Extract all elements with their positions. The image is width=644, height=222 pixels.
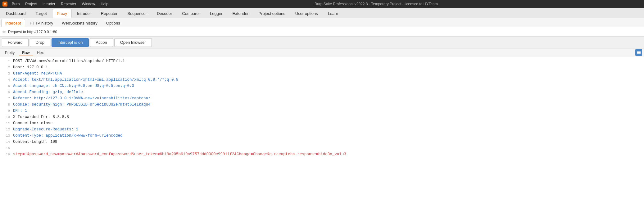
line-number: 4 [2,77,10,83]
main-tab-project-options[interactable]: Project options [254,9,290,18]
main-tab-dashboard[interactable]: Dashboard [1,9,30,18]
code-line-6: 6Accept-Encoding: gzip, deflate [2,89,642,96]
proxy-tab-http-history[interactable]: HTTP history [26,19,57,27]
line-content: Accept: text/html,application/xhtml+xml,… [13,77,642,83]
line-number: 1 [2,58,10,64]
request-url: Request to http://127.0.0.1:80 [8,30,57,34]
intercept-button[interactable]: Intercept is on [52,38,89,47]
line-content: Connection: close [13,120,642,126]
menu-item-repeater[interactable]: Repeater [58,1,79,7]
format-tabs-container: PrettyRawHex [0,48,644,57]
line-number: 11 [2,120,10,126]
format-tab-raw[interactable]: Raw [19,50,33,56]
line-content: Content-Type: application/x-www-form-url… [13,133,642,139]
line-content: Content-Length: 109 [13,139,642,145]
main-tab-decoder[interactable]: Decoder [152,9,177,18]
line-content: Accept-Encoding: gzip, deflate [13,89,642,95]
code-line-10: 10X-Forwarded-For: 8.8.8.8 [2,114,642,120]
proxy-tab-websockets-history[interactable]: WebSockets history [58,19,102,27]
menu-item-project[interactable]: Project [23,1,39,7]
main-tabs: DashboardTargetProxyIntruderRepeaterSequ… [0,8,644,18]
main-tab-sequencer[interactable]: Sequencer [123,9,152,18]
main-tab-target[interactable]: Target [31,9,52,18]
code-line-1: 1POST /DVWA-new/vulnerabilities/captcha/… [2,58,642,65]
line-number: 9 [2,108,10,114]
line-number: 3 [2,71,10,76]
line-content: POST /DVWA-new/vulnerabilities/captcha/ … [13,58,642,64]
main-tab-repeater[interactable]: Repeater [96,9,122,18]
code-line-8: 8Cookie: security=high; PHPSESSID=dr5eci… [2,102,642,108]
main-tab-extender[interactable]: Extender [228,9,253,18]
line-number: 15 [2,145,10,151]
lines-icon[interactable] [635,49,642,56]
line-content: Host: 127.0.0.1 [13,65,642,70]
line-content: Cookie: security=high; PHPSESSID=dr5ecib… [13,102,642,108]
main-tab-comparer[interactable]: Comparer [177,9,205,18]
drop-button[interactable]: Drop [30,38,50,47]
code-line-4: 4Accept: text/html,application/xhtml+xml… [2,77,642,83]
line-content: User-Agent: reCAPTCHA [13,71,642,77]
code-line-2: 2Host: 127.0.0.1 [2,65,642,71]
title-bar: B BurpProjectIntruderRepeaterWindowHelp … [0,0,644,8]
line-number: 14 [2,139,10,145]
format-tabs: PrettyRawHex [0,48,644,57]
window-title: Burp Suite Professional v2022.8 - Tempor… [111,2,642,6]
burp-icon: B [2,2,7,7]
line-number: 7 [2,96,10,101]
code-line-9: 9DNT: 1 [2,108,642,114]
code-line-3: 3User-Agent: reCAPTCHA [2,71,642,77]
open-browser-button[interactable]: Open Browser [114,38,152,47]
forward-button[interactable]: Forward [2,38,29,47]
line-number: 5 [2,83,10,89]
content-area: PrettyRawHex 1POST /DVWA-new/vulnerabili… [0,48,644,222]
toolbar: Forward Drop Intercept is on Action Open… [0,37,644,48]
line-content: step=1&password_new=password&password_co… [13,152,642,157]
main-tab-intruder[interactable]: Intruder [72,9,96,18]
line-content: X-Forwarded-For: 8.8.8.8 [13,114,642,120]
code-area[interactable]: 1POST /DVWA-new/vulnerabilities/captcha/… [0,57,644,222]
format-tab-hex[interactable]: Hex [34,50,47,56]
main-tab-user-options[interactable]: User options [291,9,323,18]
menu-item-burp[interactable]: Burp [9,1,22,7]
line-content: Referer: http://127.0.0.1/DVWA-new/vulne… [13,96,642,102]
proxy-tabs: InterceptHTTP historyWebSockets historyO… [0,18,644,27]
proxy-tab-intercept[interactable]: Intercept [1,19,25,27]
pencil-icon: ✏ [2,29,6,34]
menu-item-intruder[interactable]: Intruder [40,1,58,7]
line-number: 13 [2,133,10,138]
line-number: 10 [2,114,10,120]
code-line-7: 7Referer: http://127.0.0.1/DVWA-new/vuln… [2,96,642,102]
line-content: Upgrade-Insecure-Requests: 1 [13,127,642,133]
menu-item-window[interactable]: Window [79,1,98,7]
code-line-14: 14Content-Length: 109 [2,139,642,145]
request-header: ✏ Request to http://127.0.0.1:80 [0,27,644,37]
main-tab-logger[interactable]: Logger [205,9,227,18]
proxy-tab-options[interactable]: Options [102,19,124,27]
code-line-13: 13Content-Type: application/x-www-form-u… [2,133,642,139]
format-tab-pretty[interactable]: Pretty [2,50,18,56]
line-number: 12 [2,127,10,132]
line-number: 8 [2,102,10,107]
line-number: 16 [2,152,10,157]
line-content: DNT: 1 [13,108,642,114]
code-line-16: 16step=1&password_new=password&password_… [2,152,642,158]
action-button[interactable]: Action [90,38,113,47]
line-content: Accept-Language: zh-CN,zh;q=0.8,en-US;q=… [13,83,642,89]
code-line-12: 12Upgrade-Insecure-Requests: 1 [2,127,642,133]
code-line-11: 11Connection: close [2,120,642,127]
main-tab-proxy[interactable]: Proxy [52,9,72,18]
main-tab-learn[interactable]: Learn [323,9,343,18]
line-number: 6 [2,89,10,95]
menu-bar: BurpProjectIntruderRepeaterWindowHelp [9,1,111,7]
lines-icon-bars [637,51,641,54]
line-number: 2 [2,65,10,70]
code-line-5: 5Accept-Language: zh-CN,zh;q=0.8,en-US;q… [2,83,642,89]
code-line-15: 15 [2,145,642,152]
menu-item-help[interactable]: Help [98,1,111,7]
